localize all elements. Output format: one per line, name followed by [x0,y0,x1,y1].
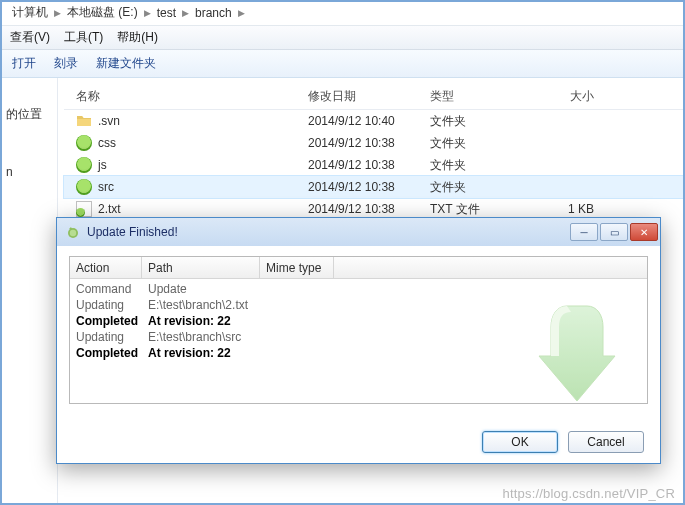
maximize-button[interactable]: ▭ [600,223,628,241]
file-type: 文件夹 [426,157,534,174]
breadcrumb-item[interactable]: 计算机 [8,4,52,21]
column-header-date[interactable]: 修改日期 [304,88,426,105]
log-list-header: Action Path Mime type [70,257,647,279]
dialog-footer: OK Cancel [482,431,644,453]
log-path: At revision: 22 [142,346,462,360]
file-list-header: 名称 修改日期 类型 大小 [64,84,685,110]
folder-icon [76,113,92,129]
file-date: 2014/9/12 10:38 [304,202,426,216]
file-name: .svn [98,114,120,128]
file-list-body: .svn2014/9/12 10:40文件夹css2014/9/12 10:38… [64,110,685,220]
log-action: Completed [70,314,142,328]
breadcrumb-item[interactable]: 本地磁盘 (E:) [63,4,142,21]
minimize-button[interactable]: ─ [570,223,598,241]
file-row[interactable]: js2014/9/12 10:38文件夹 [64,154,685,176]
log-path: E:\test\branch\2.txt [142,298,462,312]
breadcrumb-item[interactable]: test [153,6,180,20]
menu-view[interactable]: 查看(V) [10,29,50,46]
log-action: Updating [70,298,142,312]
file-name: src [98,180,114,194]
file-row[interactable]: .svn2014/9/12 10:40文件夹 [64,110,685,132]
window-controls: ─ ▭ ✕ [568,223,658,241]
file-name: css [98,136,116,150]
file-type: TXT 文件 [426,201,534,218]
column-header-size[interactable]: 大小 [534,88,624,105]
log-action: Command [70,282,142,296]
breadcrumb-item[interactable]: branch [191,6,236,20]
navigation-pane: 的位置 n [0,78,58,505]
file-date: 2014/9/12 10:38 [304,180,426,194]
dialog-title: Update Finished! [87,225,562,239]
dialog-titlebar[interactable]: Update Finished! ─ ▭ ✕ [57,218,660,246]
chevron-right-icon: ▶ [142,8,153,18]
svn-file-icon [76,201,92,217]
file-name: 2.txt [98,202,121,216]
close-button[interactable]: ✕ [630,223,658,241]
update-finished-dialog: Update Finished! ─ ▭ ✕ Action Path Mime … [56,217,661,464]
nav-places-label[interactable]: 的位置 [6,106,51,123]
chevron-right-icon: ▶ [236,8,247,18]
file-name: js [98,158,107,172]
watermark: https://blog.csdn.net/VIP_CR [502,486,675,501]
svn-folder-icon [76,135,92,151]
file-type: 文件夹 [426,113,534,130]
log-col-path[interactable]: Path [142,257,260,278]
log-path: E:\test\branch\src [142,330,462,344]
log-col-action[interactable]: Action [70,257,142,278]
file-date: 2014/9/12 10:40 [304,114,426,128]
chevron-right-icon: ▶ [52,8,63,18]
log-row[interactable]: CommandUpdate [70,281,647,297]
update-log-list: Action Path Mime type CommandUpdateUpdat… [69,256,648,404]
file-type: 文件夹 [426,179,534,196]
log-action: Updating [70,330,142,344]
file-row[interactable]: css2014/9/12 10:38文件夹 [64,132,685,154]
svn-folder-icon [76,157,92,173]
toolbar: 打开 刻录 新建文件夹 [0,50,685,78]
menu-tools[interactable]: 工具(T) [64,29,103,46]
address-bar[interactable]: 计算机 ▶ 本地磁盘 (E:) ▶ test ▶ branch ▶ [0,0,685,26]
cancel-button[interactable]: Cancel [568,431,644,453]
menu-help[interactable]: 帮助(H) [117,29,158,46]
column-header-name[interactable]: 名称 [64,88,304,105]
toolbar-burn[interactable]: 刻录 [54,55,78,72]
svg-point-1 [70,230,76,236]
file-row[interactable]: src2014/9/12 10:38文件夹 [64,176,685,198]
tortoise-icon [65,224,81,240]
chevron-right-icon: ▶ [180,8,191,18]
menu-bar: 查看(V) 工具(T) 帮助(H) [0,26,685,50]
file-date: 2014/9/12 10:38 [304,136,426,150]
dialog-body: Action Path Mime type CommandUpdateUpdat… [57,246,660,463]
log-action: Completed [70,346,142,360]
column-header-type[interactable]: 类型 [426,88,534,105]
svn-folder-icon [76,179,92,195]
log-path: Update [142,282,462,296]
log-col-mime[interactable]: Mime type [260,257,334,278]
file-date: 2014/9/12 10:38 [304,158,426,172]
toolbar-new-folder[interactable]: 新建文件夹 [96,55,156,72]
toolbar-open[interactable]: 打开 [12,55,36,72]
download-arrow-icon [535,301,619,404]
file-type: 文件夹 [426,135,534,152]
nav-n-label[interactable]: n [6,165,51,179]
ok-button[interactable]: OK [482,431,558,453]
file-size: 1 KB [534,202,624,216]
log-path: At revision: 22 [142,314,462,328]
